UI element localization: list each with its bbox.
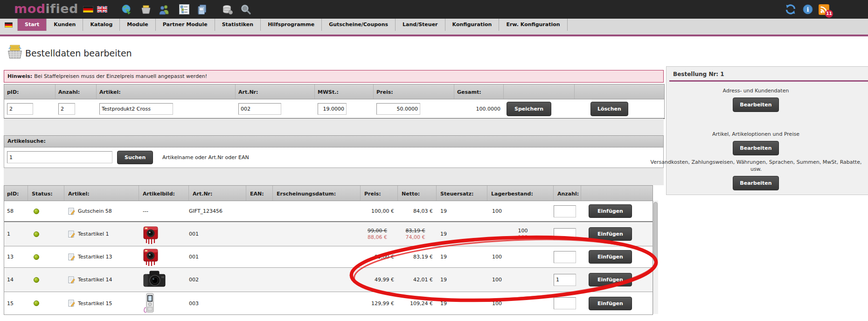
quantity-input[interactable]: [554, 297, 576, 309]
language-flag-tab[interactable]: [0, 19, 18, 31]
main-navigation: Start Kunden Katalog Module Partner Modu…: [0, 19, 868, 35]
basket-icon: [7, 44, 23, 60]
edit-icon[interactable]: [68, 276, 75, 284]
search-button[interactable]: Suchen: [117, 151, 153, 164]
product-ean: [246, 292, 273, 314]
col-netto: Netto:: [398, 186, 437, 201]
article-search-section: Artikelsuche: Suchen Artikelname oder Ar…: [4, 135, 664, 168]
status-active-icon: [34, 254, 39, 260]
col-lagerbestand: Lagerbestand:: [487, 186, 554, 201]
tab-gutscheine-coupons[interactable]: Gutscheine/Coupons: [322, 19, 396, 31]
article-search-input[interactable]: [7, 151, 112, 163]
tab-katalog[interactable]: Katalog: [83, 19, 120, 31]
product-tax-rate: 19: [437, 222, 487, 246]
product-id: 13: [4, 246, 28, 267]
customers-icon[interactable]: [159, 5, 170, 15]
section-label: Artikel, Artikeloptionen und Preise: [667, 131, 845, 138]
edit-icon[interactable]: [68, 253, 75, 261]
col-actions-2: [575, 84, 663, 99]
product-stock-special: 100: [518, 234, 528, 241]
insert-button[interactable]: Einfügen: [589, 204, 632, 218]
tab-erw-konfiguration[interactable]: Erw. Konfiguration: [499, 19, 567, 31]
quantity-input[interactable]: [554, 205, 576, 217]
tab-konfiguration[interactable]: Konfiguration: [445, 19, 500, 31]
product-ean: [246, 246, 273, 267]
product-table: pID: Status: Artikel: Artikelbild: Art.N…: [4, 185, 653, 315]
tab-statistiken[interactable]: Statistiken: [215, 19, 261, 31]
quantity-input[interactable]: [554, 228, 576, 240]
table-row: 1 Testartikel 1 001 99,00 €88,06 € 83,19…: [4, 222, 653, 246]
info-icon[interactable]: i: [803, 4, 813, 14]
insert-button[interactable]: Einfügen: [589, 227, 632, 241]
product-stock: 100: [487, 268, 554, 292]
tab-hilfsprogramme[interactable]: Hilfsprogramme: [261, 19, 322, 31]
section-gap: [4, 168, 664, 185]
tab-land-steuer[interactable]: Land/Steuer: [396, 19, 445, 31]
mwst-input[interactable]: [318, 103, 347, 115]
edit-shipping-button[interactable]: Bearbeiten: [733, 176, 778, 190]
save-button[interactable]: Speichern: [507, 102, 551, 116]
status-active-icon: [34, 277, 39, 283]
table-row: 14 Testartikel 14 002 49,99 € 42,01 € 19…: [4, 268, 653, 292]
edit-icon[interactable]: [68, 300, 75, 307]
col-artikel: Artikel:: [64, 186, 139, 201]
quantity-input[interactable]: [554, 251, 576, 263]
rss-count-badge: 11: [825, 10, 833, 18]
status-active-icon: [34, 300, 39, 306]
product-price-special: 88,06 €: [368, 234, 387, 241]
globe-icon[interactable]: [121, 4, 132, 15]
catalog-books-icon[interactable]: [197, 4, 207, 15]
product-name: Testartikel 14: [78, 277, 112, 283]
tab-partner-module[interactable]: Partner Module: [156, 19, 215, 31]
notice-text: Bei Staffelpreisen muss der Einzelpreis …: [34, 73, 207, 79]
database-icon[interactable]: [222, 5, 233, 15]
edit-table-row: 100.0000 Speichern Löschen: [4, 99, 664, 118]
edit-articles-button[interactable]: Bearbeiten: [733, 141, 778, 155]
german-flag-icon[interactable]: [83, 6, 93, 13]
delete-button[interactable]: Löschen: [590, 102, 628, 116]
tab-kunden[interactable]: Kunden: [47, 19, 83, 31]
preis-input[interactable]: [376, 103, 420, 115]
product-image-red-camera: [143, 247, 159, 267]
notice-label: Hinweis:: [7, 73, 32, 79]
insert-button[interactable]: Einfügen: [589, 250, 632, 264]
col-actions: [581, 186, 653, 201]
search-hint: Artikelname oder Art.Nr oder EAN: [162, 154, 249, 160]
sidebar-section-customer: Adress- und Kundendaten Bearbeiten: [667, 87, 845, 112]
scrollbar-thumb[interactable]: [653, 202, 658, 262]
product-release-date: [273, 292, 361, 314]
categories-tree-icon[interactable]: [179, 4, 189, 14]
uk-flag-icon[interactable]: [97, 6, 107, 13]
refresh-icon[interactable]: [785, 4, 796, 15]
tab-module[interactable]: Module: [120, 19, 155, 31]
order-number-title: Bestellung Nr: 1: [673, 71, 724, 77]
quantity-input[interactable]: [554, 274, 576, 286]
col-status: Status:: [28, 186, 64, 201]
product-id: 14: [4, 268, 28, 292]
gesamt-value: 100.0000: [454, 106, 504, 112]
artnr-input[interactable]: [238, 103, 281, 115]
anzahl-input[interactable]: [58, 103, 75, 115]
col-artikel: Artikel:: [97, 84, 236, 99]
product-table-header: pID: Status: Artikel: Artikelbild: Art.N…: [4, 186, 653, 201]
product-net-price-old: 83,19 €: [406, 228, 425, 234]
edit-icon[interactable]: [68, 208, 75, 215]
edit-icon[interactable]: [68, 230, 75, 238]
insert-button[interactable]: Einfügen: [589, 297, 632, 310]
product-ean: [246, 201, 273, 221]
tab-start[interactable]: Start: [18, 19, 47, 31]
col-artikelbild: Artikelbild:: [139, 186, 189, 201]
product-name: Testartikel 1: [78, 231, 109, 237]
order-item-edit-table: pID: Anzahl: Artikel: Art.Nr: MWSt.: Pre…: [4, 84, 665, 119]
insert-button[interactable]: Einfügen: [589, 273, 632, 286]
product-price: 100,00 €: [361, 201, 398, 221]
sidebar-section-articles: Artikel, Artikeloptionen und Preise Bear…: [667, 131, 845, 155]
pid-input[interactable]: [7, 103, 33, 115]
edit-customer-button[interactable]: Bearbeiten: [733, 98, 778, 112]
artikel-input[interactable]: [99, 103, 173, 115]
order-sidebar: Bestellung Nr: 1 Adress- und Kundendaten…: [666, 66, 868, 195]
product-image-black-camera: [143, 270, 166, 290]
product-net-price: 42,01 €: [398, 268, 437, 292]
orders-basket-icon[interactable]: [140, 5, 152, 14]
search-magnifier-icon[interactable]: [240, 4, 251, 15]
